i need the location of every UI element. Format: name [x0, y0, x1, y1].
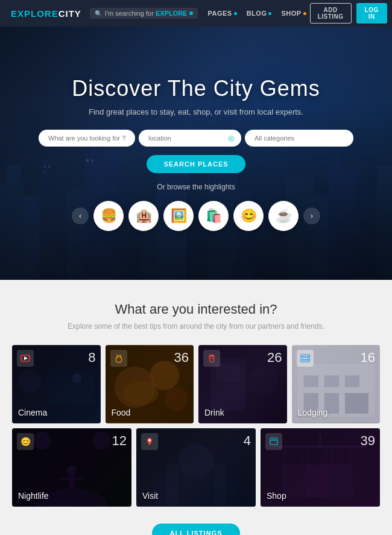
- cinema-icon-badge: [17, 350, 34, 367]
- cinema-count: 8: [88, 350, 95, 366]
- category-food[interactable]: 36 Food: [106, 345, 194, 423]
- search-bar: ◎: [12, 130, 380, 147]
- food-card-top: 36: [110, 350, 189, 367]
- category-cinema[interactable]: 8 Cinema: [12, 345, 101, 423]
- svg-marker-39: [24, 356, 28, 360]
- interest-section: What are you interested in? Explore some…: [0, 280, 392, 535]
- food-icon-badge: [110, 350, 127, 367]
- interest-subtitle: Explore some of the best tips from aroun…: [12, 322, 380, 331]
- shop-card-top: 39: [265, 433, 375, 450]
- drink-icon-badge: [203, 350, 220, 367]
- logo[interactable]: EXPLORECITY: [11, 8, 81, 19]
- search-what-input[interactable]: [39, 130, 135, 147]
- nav-search[interactable]: 🔍 I'm searching for EXPLORE: [90, 8, 198, 19]
- drink-label: Drink: [204, 408, 224, 417]
- cinema-icon: [21, 353, 30, 363]
- location-icon: ◎: [228, 134, 234, 142]
- shop-label: Shop: [267, 491, 286, 501]
- cinema-label: Cinema: [18, 408, 47, 417]
- nav-actions: ADD LISTING LOG IN: [310, 3, 387, 24]
- visit-card-top: 4: [141, 433, 251, 450]
- navbar: EXPLORECITY 🔍 I'm searching for EXPLORE …: [0, 0, 392, 27]
- search-icon: 🔍: [95, 10, 102, 17]
- category-drink[interactable]: 26 Drink: [198, 345, 287, 423]
- login-button[interactable]: LOG IN: [356, 3, 387, 24]
- nav-blog[interactable]: BLOG: [243, 7, 276, 19]
- search-prefix: I'm searching for: [105, 10, 154, 17]
- hero-subtitle: Find great places to stay, eat, shop, or…: [12, 107, 380, 116]
- category-lodging[interactable]: 16 Lodging: [292, 345, 381, 423]
- svg-rect-37: [29, 356, 30, 357]
- nav-links: PAGES BLOG SHOP: [204, 7, 309, 19]
- visit-icon: [145, 437, 154, 446]
- svg-rect-63: [301, 355, 309, 362]
- svg-rect-65: [305, 356, 306, 358]
- location-input-wrap: ◎: [139, 130, 241, 147]
- highlight-coffee-icon[interactable]: ☕: [268, 201, 299, 231]
- lodging-count: 16: [361, 350, 375, 366]
- lodging-icon-badge: [297, 350, 314, 367]
- highlight-hotels-icon[interactable]: 🏨: [128, 201, 159, 231]
- hero-title: Discover The City Gems: [12, 76, 380, 101]
- interest-title: What are you interested in?: [12, 302, 380, 317]
- nightlife-icon-badge: 😊: [17, 433, 34, 450]
- hero-section: Discover The City Gems Find great places…: [0, 27, 392, 280]
- category-visit[interactable]: 4 Visit: [136, 428, 256, 507]
- drink-card-top: 26: [203, 350, 282, 367]
- food-icon: [114, 353, 124, 363]
- all-listings-wrap: ALL LISTINGS: [12, 521, 380, 535]
- food-label: Food: [112, 408, 131, 417]
- visit-count: 4: [244, 433, 251, 449]
- svg-point-83: [148, 439, 151, 442]
- visit-label: Visit: [142, 491, 158, 501]
- all-listings-button[interactable]: ALL LISTINGS: [152, 524, 241, 535]
- search-category-input[interactable]: [245, 130, 353, 147]
- shop-icon: [269, 437, 279, 446]
- svg-rect-67: [302, 359, 304, 361]
- nav-shop[interactable]: SHOP: [277, 7, 309, 19]
- svg-rect-35: [21, 356, 22, 357]
- visit-icon-badge: [141, 433, 158, 450]
- svg-rect-68: [305, 359, 306, 361]
- svg-rect-36: [21, 358, 22, 359]
- food-count: 36: [174, 350, 189, 366]
- shop-icon-badge: [265, 433, 282, 450]
- highlight-food-icon[interactable]: 🍔: [93, 201, 124, 231]
- nightlife-card-top: 😊 12: [17, 433, 127, 450]
- search-location-input[interactable]: [139, 130, 241, 147]
- svg-rect-66: [307, 356, 309, 358]
- svg-rect-64: [302, 356, 304, 358]
- logo-city: CITY: [58, 8, 81, 19]
- category-shop[interactable]: 39 Shop: [261, 428, 380, 507]
- highlights-next-button[interactable]: ›: [303, 207, 320, 224]
- drink-icon: [207, 353, 217, 363]
- lodging-label: Lodging: [298, 408, 328, 417]
- svg-rect-69: [307, 359, 309, 361]
- cinema-card-top: 8: [17, 350, 96, 367]
- nav-pages[interactable]: PAGES: [204, 7, 240, 19]
- browse-text: Or browse the highlights: [12, 183, 380, 191]
- nightlife-emoji: 😊: [21, 437, 31, 446]
- highlight-fun-icon[interactable]: 😊: [233, 201, 264, 231]
- logo-explore: EXPLORE: [11, 8, 58, 19]
- nightlife-count: 12: [112, 433, 127, 449]
- categories-grid-top: 8 Cinema: [12, 345, 380, 423]
- highlights-prev-button[interactable]: ‹: [72, 207, 89, 224]
- hero-content: Discover The City Gems Find great places…: [0, 76, 392, 231]
- add-listing-button[interactable]: ADD LISTING: [310, 3, 352, 24]
- pages-dot: [234, 12, 237, 15]
- drink-count: 26: [267, 350, 282, 366]
- nightlife-label: Nightlife: [18, 491, 49, 501]
- highlights-row: ‹ 🍔 🏨 🖼️ 🛍️ 😊 ☕ ›: [12, 201, 380, 231]
- search-dot: [189, 11, 193, 15]
- shop-count: 39: [361, 433, 375, 449]
- shop-dot: [303, 12, 306, 15]
- lodging-card-top: 16: [297, 350, 376, 367]
- search-button[interactable]: SEARCH PLACES: [147, 155, 245, 173]
- category-nightlife[interactable]: 😊 12 Nightlife: [12, 428, 131, 507]
- blog-dot: [268, 12, 271, 15]
- highlight-art-icon[interactable]: 🖼️: [163, 201, 194, 231]
- lodging-icon: [300, 353, 310, 363]
- highlight-shop-icon[interactable]: 🛍️: [198, 201, 229, 231]
- search-highlight: EXPLORE: [156, 10, 188, 17]
